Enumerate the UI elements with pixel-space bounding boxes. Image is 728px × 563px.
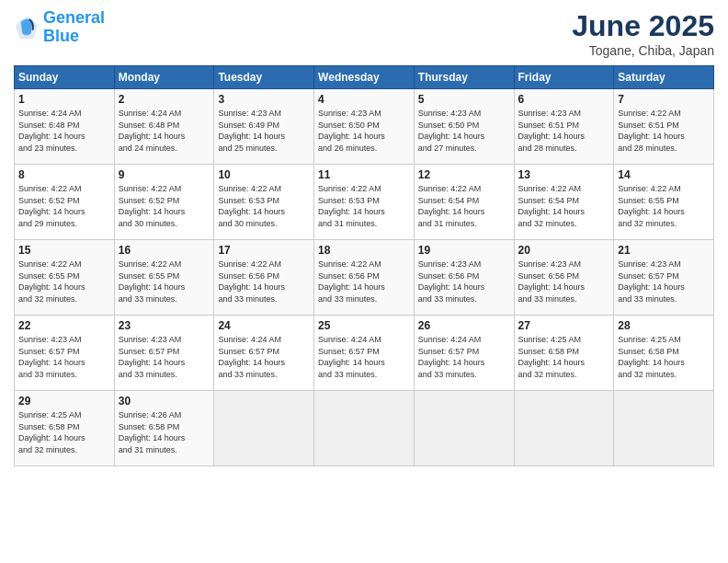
day-number-4: 4: [318, 93, 410, 106]
day-cell-6: 6 Sunrise: 4:23 AM Sunset: 6:51 PM Dayli…: [514, 89, 614, 165]
day-number-27: 27: [518, 319, 610, 332]
calendar-table: Sunday Monday Tuesday Wednesday Thursday…: [14, 65, 714, 466]
week-row: 8 Sunrise: 4:22 AM Sunset: 6:52 PM Dayli…: [15, 165, 714, 240]
day-number-29: 29: [18, 395, 110, 408]
day-info-11: Sunrise: 4:22 AM Sunset: 6:53 PM Dayligh…: [318, 183, 410, 229]
header: General Blue June 2025 Togane, Chiba, Ja…: [14, 9, 714, 58]
day-info-5: Sunrise: 4:23 AM Sunset: 6:50 PM Dayligh…: [418, 108, 510, 154]
day-number-22: 22: [18, 319, 110, 332]
day-info-14: Sunrise: 4:22 AM Sunset: 6:55 PM Dayligh…: [618, 183, 710, 229]
day-number-11: 11: [318, 168, 410, 181]
day-info-3: Sunrise: 4:23 AM Sunset: 6:49 PM Dayligh…: [218, 108, 310, 154]
header-saturday: Saturday: [614, 66, 714, 89]
day-cell-15: 15 Sunrise: 4:22 AM Sunset: 6:55 PM Dayl…: [15, 240, 115, 316]
page-container: General Blue June 2025 Togane, Chiba, Ja…: [0, 0, 728, 476]
day-cell-17: 17 Sunrise: 4:22 AM Sunset: 6:56 PM Dayl…: [214, 240, 314, 316]
day-number-10: 10: [218, 168, 310, 181]
day-cell-2: 2 Sunrise: 4:24 AM Sunset: 6:48 PM Dayli…: [114, 89, 214, 165]
day-info-25: Sunrise: 4:24 AM Sunset: 6:57 PM Dayligh…: [318, 334, 410, 380]
day-info-7: Sunrise: 4:22 AM Sunset: 6:51 PM Dayligh…: [618, 108, 710, 154]
day-number-24: 24: [218, 319, 310, 332]
day-info-16: Sunrise: 4:22 AM Sunset: 6:55 PM Dayligh…: [119, 259, 210, 304]
logo-icon: [14, 15, 40, 40]
day-number-28: 28: [618, 319, 710, 332]
title-block: June 2025 Togane, Chiba, Japan: [572, 9, 714, 58]
day-cell-4: 4 Sunrise: 4:23 AM Sunset: 6:50 PM Dayli…: [314, 89, 415, 165]
day-info-6: Sunrise: 4:23 AM Sunset: 6:51 PM Dayligh…: [518, 108, 610, 154]
header-row: Sunday Monday Tuesday Wednesday Thursday…: [15, 66, 714, 89]
day-number-30: 30: [119, 395, 210, 408]
logo-line1: General: [43, 9, 105, 28]
day-info-30: Sunrise: 4:26 AM Sunset: 6:58 PM Dayligh…: [119, 409, 210, 455]
day-number-5: 5: [418, 93, 510, 106]
week-row-1: 1 Sunrise: 4:24 AM Sunset: 6:48 PM Dayli…: [15, 89, 714, 165]
day-number-14: 14: [618, 168, 710, 181]
day-cell-20: 20 Sunrise: 4:23 AM Sunset: 6:56 PM Dayl…: [514, 240, 614, 316]
day-number-25: 25: [318, 319, 410, 332]
empty-cell: [214, 391, 314, 466]
day-cell-8: 8 Sunrise: 4:22 AM Sunset: 6:52 PM Dayli…: [15, 165, 115, 240]
day-number-2: 2: [119, 93, 210, 106]
day-number-26: 26: [418, 319, 510, 332]
empty-cell: [314, 391, 415, 466]
logo-line2: Blue: [43, 28, 105, 46]
week-row: 22 Sunrise: 4:23 AM Sunset: 6:57 PM Dayl…: [15, 316, 714, 391]
day-cell-22: 22 Sunrise: 4:23 AM Sunset: 6:57 PM Dayl…: [15, 316, 115, 391]
day-info-19: Sunrise: 4:23 AM Sunset: 6:56 PM Dayligh…: [418, 259, 510, 304]
day-info-10: Sunrise: 4:22 AM Sunset: 6:53 PM Dayligh…: [218, 183, 310, 229]
day-number-6: 6: [518, 93, 610, 106]
day-cell-14: 14 Sunrise: 4:22 AM Sunset: 6:55 PM Dayl…: [614, 165, 714, 240]
header-sunday: Sunday: [15, 66, 115, 89]
day-number-13: 13: [518, 168, 610, 181]
day-info-9: Sunrise: 4:22 AM Sunset: 6:52 PM Dayligh…: [119, 183, 210, 229]
day-number-7: 7: [618, 93, 710, 106]
day-cell-9: 9 Sunrise: 4:22 AM Sunset: 6:52 PM Dayli…: [114, 165, 214, 240]
day-cell-3: 3 Sunrise: 4:23 AM Sunset: 6:49 PM Dayli…: [214, 89, 314, 165]
day-cell-16: 16 Sunrise: 4:22 AM Sunset: 6:55 PM Dayl…: [114, 240, 214, 316]
day-cell-29: 29 Sunrise: 4:25 AM Sunset: 6:58 PM Dayl…: [15, 391, 115, 466]
day-cell-25: 25 Sunrise: 4:24 AM Sunset: 6:57 PM Dayl…: [314, 316, 415, 391]
day-number-15: 15: [18, 244, 110, 257]
calendar-title: June 2025: [572, 9, 714, 43]
day-number-21: 21: [618, 244, 710, 257]
logo-text-block: General Blue: [43, 9, 105, 46]
day-info-4: Sunrise: 4:23 AM Sunset: 6:50 PM Dayligh…: [318, 108, 410, 154]
calendar-subtitle: Togane, Chiba, Japan: [572, 43, 714, 58]
day-number-1: 1: [18, 93, 110, 106]
day-cell-12: 12 Sunrise: 4:22 AM Sunset: 6:54 PM Dayl…: [414, 165, 514, 240]
day-info-22: Sunrise: 4:23 AM Sunset: 6:57 PM Dayligh…: [18, 334, 110, 380]
header-tuesday: Tuesday: [214, 66, 314, 89]
day-cell-26: 26 Sunrise: 4:24 AM Sunset: 6:57 PM Dayl…: [414, 316, 514, 391]
day-cell-18: 18 Sunrise: 4:22 AM Sunset: 6:56 PM Dayl…: [314, 240, 415, 316]
day-info-1: Sunrise: 4:24 AM Sunset: 6:48 PM Dayligh…: [18, 108, 110, 154]
day-info-12: Sunrise: 4:22 AM Sunset: 6:54 PM Dayligh…: [418, 183, 510, 229]
day-info-15: Sunrise: 4:22 AM Sunset: 6:55 PM Dayligh…: [18, 259, 110, 304]
day-number-18: 18: [318, 244, 410, 257]
day-info-2: Sunrise: 4:24 AM Sunset: 6:48 PM Dayligh…: [119, 108, 210, 154]
day-info-24: Sunrise: 4:24 AM Sunset: 6:57 PM Dayligh…: [218, 334, 310, 380]
header-monday: Monday: [114, 66, 214, 89]
day-cell-19: 19 Sunrise: 4:23 AM Sunset: 6:56 PM Dayl…: [414, 240, 514, 316]
day-info-18: Sunrise: 4:22 AM Sunset: 6:56 PM Dayligh…: [318, 259, 410, 304]
day-cell-23: 23 Sunrise: 4:23 AM Sunset: 6:57 PM Dayl…: [114, 316, 214, 391]
day-cell-5: 5 Sunrise: 4:23 AM Sunset: 6:50 PM Dayli…: [414, 89, 514, 165]
day-cell-13: 13 Sunrise: 4:22 AM Sunset: 6:54 PM Dayl…: [514, 165, 614, 240]
day-info-26: Sunrise: 4:24 AM Sunset: 6:57 PM Dayligh…: [418, 334, 510, 380]
day-info-8: Sunrise: 4:22 AM Sunset: 6:52 PM Dayligh…: [18, 183, 110, 229]
day-number-17: 17: [218, 244, 310, 257]
day-cell-24: 24 Sunrise: 4:24 AM Sunset: 6:57 PM Dayl…: [214, 316, 314, 391]
empty-cell: [514, 391, 614, 466]
day-cell-27: 27 Sunrise: 4:25 AM Sunset: 6:58 PM Dayl…: [514, 316, 614, 391]
day-number-3: 3: [218, 93, 310, 106]
week-row: 15 Sunrise: 4:22 AM Sunset: 6:55 PM Dayl…: [15, 240, 714, 316]
day-number-12: 12: [418, 168, 510, 181]
day-cell-11: 11 Sunrise: 4:22 AM Sunset: 6:53 PM Dayl…: [314, 165, 415, 240]
day-cell-7: 7 Sunrise: 4:22 AM Sunset: 6:51 PM Dayli…: [614, 89, 714, 165]
day-info-13: Sunrise: 4:22 AM Sunset: 6:54 PM Dayligh…: [518, 183, 610, 229]
day-info-28: Sunrise: 4:25 AM Sunset: 6:58 PM Dayligh…: [618, 334, 710, 380]
day-cell-1: 1 Sunrise: 4:24 AM Sunset: 6:48 PM Dayli…: [15, 89, 115, 165]
day-cell-21: 21 Sunrise: 4:23 AM Sunset: 6:57 PM Dayl…: [614, 240, 714, 316]
header-wednesday: Wednesday: [314, 66, 415, 89]
day-number-16: 16: [119, 244, 210, 257]
empty-cell: [414, 391, 514, 466]
